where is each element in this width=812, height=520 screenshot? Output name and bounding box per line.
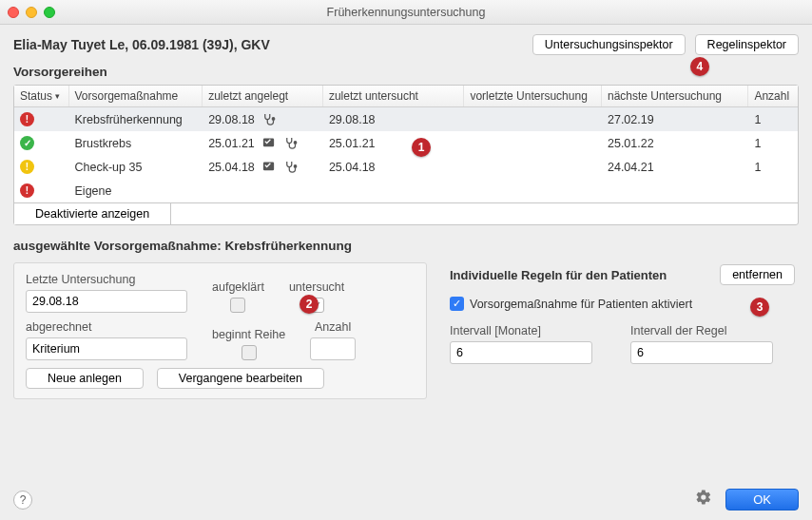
stethoscope-icon (261, 112, 277, 126)
gear-icon[interactable] (695, 489, 712, 510)
created-cell: 25.04.18 (203, 156, 323, 178)
created-cell (203, 187, 323, 195)
annotation-badge-2: 2 (300, 295, 319, 314)
show-deactivated-button[interactable]: Deaktivierte anzeigen (14, 203, 171, 224)
stethoscope-icon (282, 160, 299, 174)
status-icon: ! (20, 183, 34, 198)
measure-name: Eigene (69, 181, 203, 202)
patient-info: Elia-May Tuyet Le, 06.09.1981 (39J), GKV (13, 37, 270, 52)
table-body: !Krebsfrüherkennung29.08.18 29.08.1827.0… (14, 107, 798, 202)
prev-cell (464, 116, 602, 124)
fullscreen-icon[interactable] (44, 7, 55, 18)
note-icon (261, 136, 277, 150)
close-icon[interactable] (8, 7, 19, 18)
prev-cell (464, 164, 602, 171)
count-input[interactable] (310, 337, 356, 360)
next-cell: 25.01.22 (602, 133, 748, 154)
examined-cell: 29.08.18 (323, 109, 465, 130)
rule-interval-label: Intervall der Regel (630, 324, 773, 337)
billed-label: abgerechnet (26, 320, 187, 334)
rules-title: Individuelle Regeln für den Patienten (450, 268, 667, 282)
window-title: Früherkennungsuntersuchung (8, 6, 804, 19)
col-created[interactable]: zuletzt angelegt (203, 86, 323, 106)
next-cell: 27.02.19 (602, 109, 748, 130)
svg-rect-1 (263, 139, 274, 147)
col-next[interactable]: nächste Untersuchung (602, 86, 748, 106)
footer: ? OK (13, 489, 799, 510)
table-row[interactable]: !Check-up 3525.04.1825.04.1824.04.211 (14, 155, 798, 179)
status-icon: ! (20, 160, 34, 174)
activate-measure-checkbox[interactable] (450, 297, 464, 311)
col-status[interactable]: Status▾ (14, 86, 69, 106)
svg-point-4 (294, 165, 297, 168)
note-icon (261, 160, 277, 174)
informed-checkbox[interactable] (230, 298, 245, 313)
next-cell (602, 187, 748, 195)
prev-cell (464, 187, 602, 195)
count-cell: 1 (748, 109, 798, 130)
table-row[interactable]: !Krebsfrüherkennung29.08.18 29.08.1827.0… (14, 107, 798, 131)
details-panel: Letzte Untersuchung aufgeklärt untersuch… (13, 262, 427, 399)
rule-interval-input[interactable] (630, 341, 773, 364)
begins-series-label: beginnt Reihe (212, 328, 285, 341)
count-label: Anzahl (315, 320, 351, 334)
table-bottom-bar: Deaktivierte anzeigen (14, 202, 798, 224)
prev-cell (464, 140, 602, 147)
rules-panel: Individuelle Regeln für den Patienten en… (446, 262, 799, 399)
svg-point-2 (294, 142, 297, 144)
svg-rect-3 (263, 163, 274, 171)
last-exam-label: Letzte Untersuchung (26, 273, 187, 286)
annotation-badge-3: 3 (750, 298, 769, 317)
table-row[interactable]: ✓Brustkrebs25.01.2125.01.2125.01.221 (14, 131, 798, 155)
activate-measure-label: Vorsorgemaßnahme für Patienten aktiviert (470, 298, 692, 311)
traffic-lights (8, 7, 55, 18)
create-new-button[interactable]: Neue anlegen (26, 368, 144, 389)
next-cell: 24.04.21 (602, 157, 748, 178)
measure-name: Krebsfrüherkennung (69, 109, 203, 130)
informed-label: aufgeklärt (212, 280, 264, 294)
count-cell: 1 (748, 133, 798, 154)
edit-past-button[interactable]: Vergangene bearbeiten (157, 368, 324, 389)
measure-name: Brustkrebs (69, 133, 203, 154)
last-exam-input[interactable] (26, 290, 187, 313)
measure-name: Check-up 35 (69, 157, 203, 178)
selected-measure-title: ausgewählte Vorsorgemaßnahme: Krebsfrühe… (13, 239, 799, 253)
exam-inspector-button[interactable]: Untersuchungsinspektor (532, 34, 686, 55)
table-header: Status▾ Vorsorgemaßnahme zuletzt angeleg… (14, 86, 798, 107)
col-count[interactable]: Anzahl (748, 86, 798, 106)
table-row[interactable]: !Eigene (14, 179, 798, 202)
created-cell: 25.01.21 (203, 132, 323, 154)
interval-input[interactable] (450, 341, 592, 364)
created-cell: 29.08.18 (203, 108, 323, 130)
svg-point-0 (272, 118, 275, 121)
annotation-badge-4: 4 (690, 57, 709, 76)
titlebar: Früherkennungsuntersuchung (0, 0, 812, 25)
help-button[interactable]: ? (13, 491, 32, 510)
examined-cell: 25.04.18 (323, 157, 465, 178)
col-name[interactable]: Vorsorgemaßnahme (69, 86, 203, 106)
minimize-icon[interactable] (26, 7, 37, 18)
count-cell (748, 187, 798, 195)
interval-label: Intervall [Monate] (450, 324, 592, 337)
begins-series-checkbox[interactable] (242, 345, 257, 360)
examined-label: untersucht (289, 280, 344, 294)
ok-button[interactable]: OK (725, 489, 799, 510)
remove-rule-button[interactable]: entfernen (720, 264, 795, 285)
chevron-down-icon: ▾ (55, 91, 60, 101)
status-icon: ✓ (20, 136, 34, 150)
rule-inspector-button[interactable]: Regelinspektor (695, 34, 799, 55)
annotation-badge-1: 1 (412, 138, 431, 157)
count-cell: 1 (748, 157, 798, 178)
screening-series-title: Vorsorgereihen (13, 65, 799, 79)
status-icon: ! (20, 112, 34, 126)
billed-input[interactable] (26, 337, 187, 360)
examined-cell (323, 187, 465, 195)
col-prev[interactable]: vorletzte Untersuchung (464, 86, 602, 106)
stethoscope-icon (282, 136, 299, 150)
screening-table: Status▾ Vorsorgemaßnahme zuletzt angeleg… (13, 85, 799, 225)
examined-cell: 25.01.21 (323, 133, 465, 154)
col-examined[interactable]: zuletzt untersucht (323, 86, 465, 106)
